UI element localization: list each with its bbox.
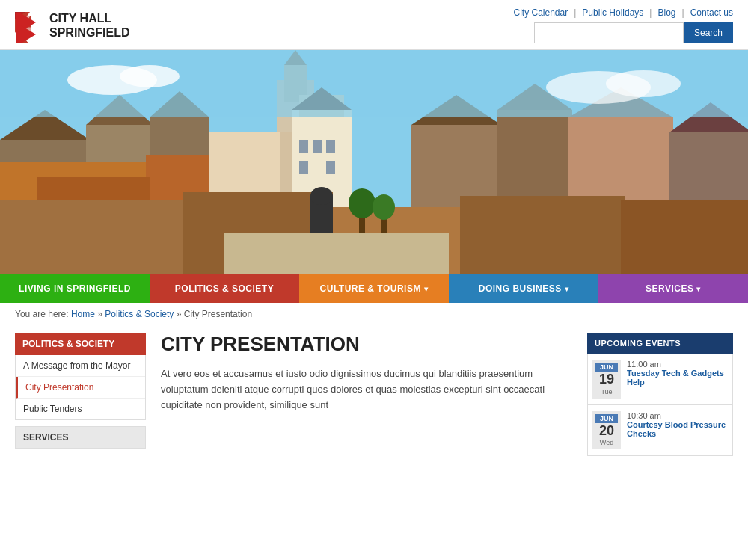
business-arrow: ▾	[565, 285, 569, 293]
event-time-1: 11:00 am	[627, 360, 728, 369]
logo-line2: SPRINGFIELD	[49, 25, 130, 40]
sidebar-services: SERVICES	[15, 426, 146, 449]
event-time-2: 10:30 am	[627, 411, 728, 420]
logo: CITY HALL SPRINGFIELD	[15, 11, 130, 40]
svg-rect-39	[0, 200, 187, 274]
sidebar-item-mayor[interactable]: A Message from the Mayor	[16, 355, 145, 377]
culture-arrow: ▾	[424, 285, 429, 293]
breadcrumb-current: City Presentation	[184, 309, 252, 319]
sidebar-menu: A Message from the Mayor City Presentati…	[15, 355, 146, 420]
public-holidays-link[interactable]: Public Holidays	[582, 7, 643, 18]
breadcrumb-home[interactable]: Home	[71, 309, 95, 319]
breadcrumb-prefix: You are here:	[15, 309, 71, 319]
event-item-2[interactable]: JUN 20 Wed 10:30 am Courtesy Blood Press…	[587, 405, 733, 457]
svg-point-60	[606, 70, 681, 97]
logo-text: CITY HALL SPRINGFIELD	[49, 11, 130, 40]
svg-point-58	[120, 65, 180, 87]
event-day-1: 19	[595, 372, 618, 388]
search-button[interactable]: Search	[684, 22, 733, 43]
logo-icon	[15, 12, 42, 39]
event-info-1: 11:00 am Tuesday Tech & Gadgets Help	[627, 360, 728, 387]
contact-link[interactable]: Contact us	[690, 7, 733, 18]
sep3: |	[682, 7, 684, 18]
svg-marker-12	[21, 25, 36, 43]
services-arrow: ▾	[696, 285, 701, 293]
nav-services[interactable]: SERVICES▾	[598, 274, 748, 303]
svg-rect-44	[299, 140, 308, 153]
svg-rect-45	[313, 140, 322, 153]
event-name-1[interactable]: Tuesday Tech & Gadgets Help	[627, 369, 728, 387]
sidebar-item-tenders[interactable]: Public Tenders	[16, 399, 145, 419]
svg-rect-51	[224, 233, 449, 274]
sidebar-link-city-presentation[interactable]: City Presentation	[25, 382, 94, 393]
svg-point-53	[349, 188, 375, 218]
event-dow-2: Wed	[595, 439, 618, 446]
main-content: POLITICS & SOCIETY A Message from the Ma…	[0, 325, 748, 464]
events-title: UPCOMING EVENTS	[587, 333, 733, 354]
nav-business[interactable]: DOING BUSINESS▾	[449, 274, 598, 303]
event-date-2: JUN 20 Wed	[592, 411, 621, 450]
breadcrumb-sep2: »	[177, 309, 184, 319]
article-body: At vero eos et accusamus et iusto odio d…	[161, 366, 572, 413]
event-name-2[interactable]: Courtesy Blood Pressure Checks	[627, 420, 728, 438]
breadcrumb: You are here: Home » Politics & Society …	[0, 303, 748, 325]
event-day-2: 20	[595, 423, 618, 440]
event-item-1[interactable]: JUN 19 Tue 11:00 am Tuesday Tech & Gadge…	[587, 354, 733, 405]
svg-rect-42	[460, 196, 625, 274]
event-dow-1: Tue	[595, 388, 618, 396]
article-content: CITY PRESENTATION At vero eos et accusam…	[161, 333, 572, 456]
nav-living[interactable]: LIVING IN SPRINGFIELD	[0, 274, 150, 303]
search-bar: Search	[534, 22, 733, 43]
nav-bar: LIVING IN SPRINGFIELD POLITICS & SOCIETY…	[0, 274, 748, 303]
svg-rect-10	[16, 13, 21, 43]
event-date-1: JUN 19 Tue	[592, 360, 621, 399]
sidebar-link-mayor[interactable]: A Message from the Mayor	[23, 360, 130, 371]
svg-rect-43	[621, 200, 748, 274]
logo-line1: CITY HALL	[49, 11, 130, 25]
breadcrumb-politics[interactable]: Politics & Society	[105, 309, 174, 319]
svg-rect-47	[299, 161, 308, 174]
page-title: CITY PRESENTATION	[161, 333, 572, 356]
sidebar-title: POLITICS & SOCIETY	[15, 333, 146, 355]
city-calendar-link[interactable]: City Calendar	[513, 7, 568, 18]
svg-point-55	[373, 194, 395, 220]
sidebar-item-city-presentation[interactable]: City Presentation	[16, 377, 145, 399]
events-panel: UPCOMING EVENTS JUN 19 Tue 11:00 am Tues…	[587, 333, 733, 456]
nav-politics[interactable]: POLITICS & SOCIETY	[150, 274, 299, 303]
header: CITY HALL SPRINGFIELD City Calendar | Pu…	[0, 0, 748, 50]
hero-image	[0, 50, 748, 274]
header-right: City Calendar | Public Holidays | Blog |…	[513, 7, 733, 43]
event-month-1: JUN	[595, 363, 618, 372]
svg-rect-48	[326, 161, 335, 174]
sidebar: POLITICS & SOCIETY A Message from the Ma…	[15, 333, 146, 456]
svg-point-50	[310, 187, 333, 205]
breadcrumb-sep1: »	[97, 309, 105, 319]
nav-culture[interactable]: CULTURE & TOURISM▾	[299, 274, 449, 303]
svg-rect-46	[326, 140, 335, 153]
search-input[interactable]	[534, 22, 684, 43]
sep1: |	[574, 7, 576, 18]
blog-link[interactable]: Blog	[657, 7, 675, 18]
sep2: |	[649, 7, 652, 18]
event-month-2: JUN	[595, 414, 618, 423]
event-info-2: 10:30 am Courtesy Blood Pressure Checks	[627, 411, 728, 438]
header-nav: City Calendar | Public Holidays | Blog |…	[513, 7, 733, 18]
sidebar-link-tenders[interactable]: Public Tenders	[23, 404, 82, 414]
